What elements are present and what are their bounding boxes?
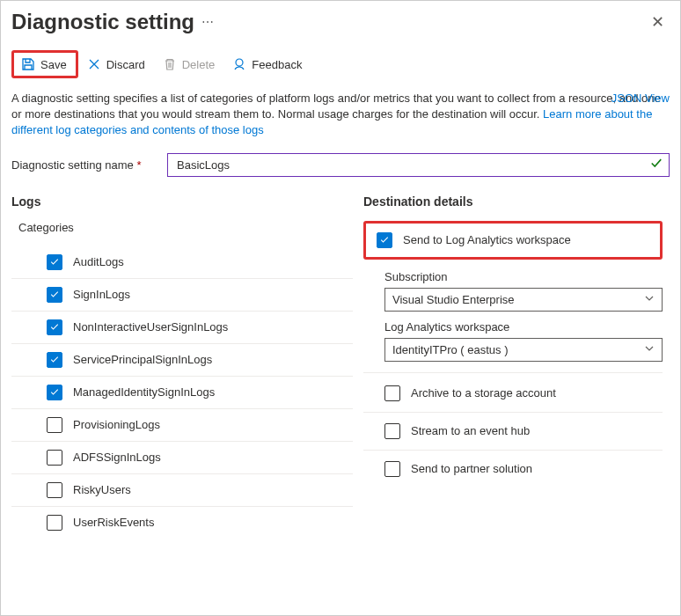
- save-label: Save: [40, 58, 67, 71]
- toolbar: Save Discard Delete Feedback: [11, 50, 670, 78]
- setting-name-row: Diagnostic setting name *: [11, 153, 670, 177]
- json-view-link[interactable]: JSON View: [611, 91, 670, 106]
- check-icon: [650, 158, 663, 172]
- delete-label: Delete: [182, 58, 216, 71]
- discard-icon: [87, 57, 101, 71]
- log-item[interactable]: UserRiskEvents: [11, 507, 353, 539]
- feedback-label: Feedback: [252, 58, 302, 71]
- stream-checkbox[interactable]: [384, 423, 400, 439]
- archive-checkbox[interactable]: [384, 385, 400, 401]
- setting-name-text: Diagnostic setting name: [11, 158, 134, 172]
- partner-label: Send to partner solution: [411, 462, 532, 475]
- feedback-icon: [232, 57, 246, 71]
- setting-name-input-wrap: [167, 153, 670, 177]
- send-law-option[interactable]: Send to Log Analytics workspace: [363, 221, 663, 260]
- main-columns: Logs Categories AuditLogsSignInLogsNonIn…: [11, 194, 670, 539]
- log-label: ProvisioningLogs: [73, 418, 160, 431]
- log-label: UserRiskEvents: [73, 516, 154, 529]
- stream-label: Stream to an event hub: [411, 424, 530, 437]
- log-item[interactable]: NonInteractiveUserSignInLogs: [11, 312, 353, 344]
- send-law-label: Send to Log Analytics workspace: [403, 233, 571, 246]
- workspace-label: Log Analytics workspace: [384, 320, 663, 334]
- more-ellipsis[interactable]: ⋯: [201, 15, 216, 29]
- log-checkbox[interactable]: [47, 254, 62, 270]
- delete-button: Delete: [156, 53, 224, 76]
- log-checkbox[interactable]: [47, 417, 62, 433]
- categories-label: Categories: [18, 221, 363, 234]
- log-item[interactable]: SignInLogs: [11, 279, 353, 312]
- law-details: Subscription Visual Studio Enterprise Lo…: [363, 270, 663, 373]
- log-label: ADFSSignInLogs: [73, 451, 161, 464]
- save-highlight: Save: [11, 50, 78, 78]
- log-checkbox[interactable]: [47, 319, 62, 335]
- log-checkbox[interactable]: [47, 385, 62, 400]
- log-checkbox[interactable]: [47, 287, 62, 303]
- log-checkbox[interactable]: [47, 352, 62, 368]
- log-item[interactable]: ProvisioningLogs: [11, 409, 353, 442]
- log-item[interactable]: ServicePrincipalSignInLogs: [11, 344, 353, 377]
- required-asterisk: *: [136, 158, 141, 172]
- discard-button[interactable]: Discard: [80, 53, 154, 76]
- workspace-select[interactable]: IdentityITPro ( eastus ): [384, 338, 663, 362]
- subscription-label: Subscription: [384, 270, 663, 283]
- save-icon: [21, 57, 35, 71]
- log-checkbox[interactable]: [47, 515, 62, 531]
- log-label: ManagedIdentitySignInLogs: [73, 385, 215, 399]
- feedback-button[interactable]: Feedback: [225, 53, 311, 76]
- subscription-select[interactable]: Visual Studio Enterprise: [384, 288, 663, 312]
- archive-option[interactable]: Archive to a storage account: [363, 375, 663, 413]
- close-button[interactable]: ✕: [646, 11, 670, 33]
- log-label: NonInteractiveUserSignInLogs: [73, 320, 228, 334]
- log-item[interactable]: AuditLogs: [11, 246, 353, 279]
- log-item[interactable]: RiskyUsers: [11, 474, 353, 507]
- description: JSON View A diagnostic setting specifies…: [11, 91, 670, 139]
- partner-option[interactable]: Send to partner solution: [363, 451, 663, 488]
- chevron-down-icon: [644, 343, 655, 356]
- archive-label: Archive to a storage account: [411, 386, 556, 400]
- log-label: AuditLogs: [73, 255, 124, 268]
- setting-name-input[interactable]: [167, 153, 670, 177]
- logs-column: Logs Categories AuditLogsSignInLogsNonIn…: [11, 194, 363, 539]
- log-label: RiskyUsers: [73, 483, 131, 496]
- header: Diagnostic setting ⋯ ✕: [11, 10, 670, 34]
- log-item[interactable]: ADFSSignInLogs: [11, 442, 353, 474]
- page-title: Diagnostic setting: [11, 10, 194, 34]
- setting-name-label: Diagnostic setting name *: [11, 158, 157, 172]
- log-checkbox[interactable]: [47, 482, 62, 498]
- save-button[interactable]: Save: [14, 53, 76, 76]
- stream-option[interactable]: Stream to an event hub: [363, 413, 663, 451]
- delete-icon: [163, 57, 177, 71]
- workspace-value: IdentityITPro ( eastus ): [392, 343, 509, 356]
- destination-title: Destination details: [363, 194, 663, 209]
- send-law-checkbox[interactable]: [377, 232, 392, 248]
- discard-label: Discard: [106, 58, 145, 71]
- chevron-down-icon: [644, 293, 655, 306]
- destination-column: Destination details Send to Log Analytic…: [363, 194, 670, 539]
- logs-list: AuditLogsSignInLogsNonInteractiveUserSig…: [11, 246, 363, 539]
- log-label: SignInLogs: [73, 288, 130, 301]
- log-checkbox[interactable]: [47, 450, 62, 466]
- log-label: ServicePrincipalSignInLogs: [73, 353, 212, 366]
- logs-title: Logs: [11, 194, 363, 209]
- partner-checkbox[interactable]: [384, 461, 400, 477]
- subscription-value: Visual Studio Enterprise: [392, 293, 515, 306]
- log-item[interactable]: ManagedIdentitySignInLogs: [11, 377, 353, 409]
